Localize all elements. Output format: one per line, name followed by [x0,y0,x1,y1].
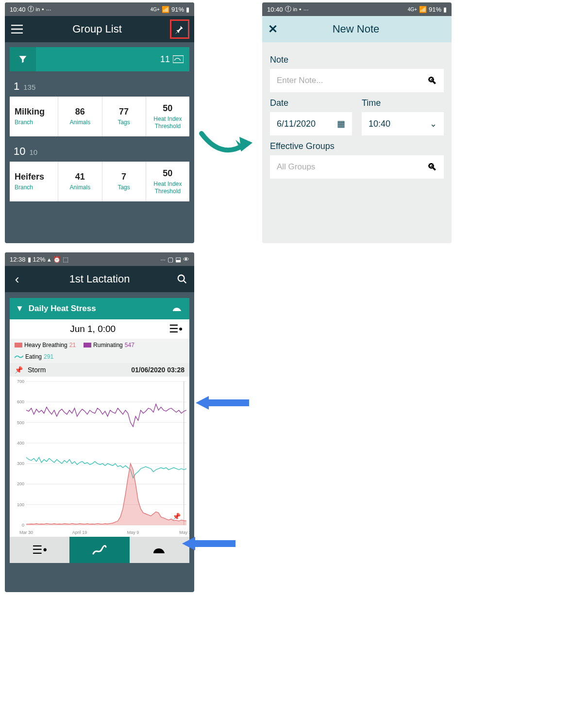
group-id: 10 [14,145,25,158]
chevron-down-icon: ▼ [16,304,24,314]
legend-label: Eating [25,353,42,360]
cell-label: Branch [15,184,33,191]
download-icon: ⬓ [175,256,181,263]
svg-marker-27 [196,396,209,410]
signal-label: 4G+ [408,7,417,12]
group-id: 1 [14,80,19,93]
legend-ruminating: Ruminating 547 [84,342,134,348]
cell-label: Heat Index Threshold [146,116,189,130]
group-block-1[interactable]: 1 135 Milking Branch 86 Animals 77 Tags … [10,78,189,136]
cell-big: 7 [121,172,126,182]
date-value: 6/11/2020 [277,119,316,129]
tab-list[interactable]: ☰• [10,537,69,563]
svg-text:May 9: May 9 [127,530,139,535]
signal-bars-icon: 📶 [162,6,169,13]
note-body: Note Enter Note... 🔍︎ Date 6/11/2020 ▦ T… [262,42,452,185]
time-value: 10:40 [369,119,390,129]
group-count: 11 [160,54,184,65]
status-time: 10:40 [267,6,283,13]
cell-big: Milking [15,107,45,117]
note-annotation-row[interactable]: 📌 Storm 01/06/2020 03:28 [10,363,189,377]
svg-text:0: 0 [22,523,24,528]
phone-lactation: 12:38 ▮ 12% ▴ ⏰ ⬚ ··· ▢ ⬓ 👁 ‹ 1st Lactat… [5,252,194,592]
menu-button[interactable] [10,22,24,36]
cell-big: 41 [75,172,85,182]
phone-group-list: 10:40 ⓕ in • ··· 4G+ 📶 91% ▮ Group List … [5,2,194,243]
search-icon[interactable]: 🔍︎ [427,162,437,173]
close-button[interactable]: ✕ [268,22,278,36]
note-input[interactable]: Enter Note... 🔍︎ [270,69,444,92]
group-cell-heat: 50 Heat Index Threshold [146,97,189,136]
battery-icon: ▮ [28,256,31,263]
alarm-icon: ⏰ [53,256,61,263]
legend-value: 21 [69,342,76,348]
back-button[interactable]: ‹ [10,272,24,286]
chart-date: Jun 1, 0:00 [70,324,116,334]
status-bar: 12:38 ▮ 12% ▴ ⏰ ⬚ ··· ▢ ⬓ 👁 [5,252,194,266]
legend-value: 547 [125,342,134,348]
svg-text:April 19: April 19 [72,530,87,535]
groups-placeholder: All Groups [277,162,315,172]
group-block-2[interactable]: 10 10 Heifers Branch 41 Animals 7 Tags 5… [10,143,189,201]
group-cell-heat: 50 Heat Index Threshold [146,162,189,201]
phone-new-note: 10:40 ⓕ in • ··· 4G+ 📶 91% ▮ ✕ New Note … [262,2,452,243]
dot-icon: • [42,6,44,13]
search-button[interactable] [175,272,189,286]
facebook-icon: ⓕ [285,5,291,14]
cow-icon [173,55,184,63]
eye-icon: 👁 [183,256,189,263]
battery-label: 91% [429,6,441,13]
date-input[interactable]: 6/11/2020 ▦ [270,112,352,135]
date-label: Date [270,98,352,108]
battery-label: 91% [171,6,184,13]
cell-label: Heat Index Threshold [146,181,189,195]
group-sub: 135 [23,83,35,91]
list-toggle-icon[interactable]: ☰• [169,323,183,335]
cell-label: Animals [70,119,91,126]
cell-label: Branch [15,119,33,126]
group-cell-animals: 86 Animals [58,97,101,136]
pin-button[interactable] [172,22,187,36]
app-header: ‹ 1st Lactation [5,266,194,292]
page-title: Group List [24,23,170,35]
group-card: Milking Branch 86 Animals 77 Tags 50 Hea… [10,97,189,136]
group-sub: 10 [29,148,37,156]
tab-chart[interactable] [69,537,129,563]
arrow-blue-icon [180,534,238,553]
cell-big: 77 [119,107,129,117]
search-icon[interactable]: 🔍︎ [427,75,437,86]
app-header: Group List [5,16,194,42]
svg-rect-0 [173,56,184,63]
group-count-value: 11 [160,54,170,65]
svg-text:📌: 📌 [172,513,181,521]
time-input[interactable]: 10:40 ⌄ [362,112,444,135]
filter-bar: 11 [10,47,189,71]
pin-button-highlight [170,19,189,39]
group-cell-tags: 77 Tags [102,97,146,136]
cell-big: 86 [75,107,85,117]
legend-value: 291 [44,353,53,360]
linkedin-icon: in [293,6,298,12]
heat-stress-header[interactable]: ▼ Daily Heat Stress [10,298,189,319]
page-title: 1st Lactation [24,273,175,285]
more-icon: ··· [303,6,309,13]
legend-label: Ruminating [93,342,123,348]
svg-text:100: 100 [17,502,24,507]
picture-icon: ▢ [168,256,173,263]
svg-line-3 [184,281,186,283]
group-cell-branch: Heifers Branch [10,162,58,201]
chart-title-row: Jun 1, 0:00 ☰• [10,319,189,339]
battery-icon: ▮ [186,6,189,13]
effective-groups-input[interactable]: All Groups 🔍︎ [270,155,444,179]
chart-plot[interactable]: 0100200300400500600700Mar 30April 19May … [10,377,189,537]
dot-icon: • [299,6,302,13]
svg-text:200: 200 [17,481,24,486]
cell-label: Animals [70,184,91,191]
svg-text:300: 300 [17,461,24,466]
swatch-icon [15,343,22,347]
group-head: 10 10 [10,143,189,162]
filter-button[interactable] [10,47,36,71]
more-icon: ··· [46,6,51,13]
battery-icon: ▮ [443,6,447,13]
legend-label: Heavy Breathing [24,342,67,348]
